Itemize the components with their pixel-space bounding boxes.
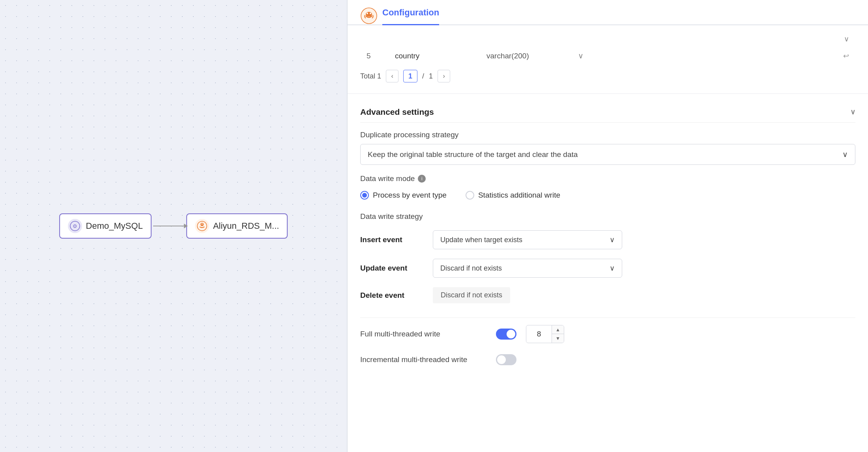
row-field-name: country: [395, 52, 474, 60]
incremental-multi-threaded-toggle[interactable]: [496, 354, 516, 365]
flow-arrow: [152, 226, 186, 226]
radio-statistics-additional[interactable]: Statistics additional write: [466, 191, 560, 200]
data-write-strategy-label: Data write strategy: [360, 212, 855, 221]
delete-event-button[interactable]: Discard if not exists: [433, 287, 510, 303]
radio-process-by-event[interactable]: Process by event type: [360, 191, 447, 200]
canvas-panel: ⚙ Demo_MySQL Aliyun_RDS_M...: [0, 0, 347, 452]
svg-point-8: [370, 13, 371, 14]
rds-icon: [195, 219, 209, 233]
advanced-settings-section: Advanced settings ∨ Duplicate processing…: [348, 94, 868, 379]
full-multi-threaded-row: Full multi-threaded write ▲ ▼: [360, 319, 855, 349]
target-node[interactable]: Aliyun_RDS_M...: [186, 213, 288, 239]
radio-statistics-indicator: [466, 191, 474, 200]
flow-diagram: ⚙ Demo_MySQL Aliyun_RDS_M...: [59, 213, 288, 239]
prev-page-btn[interactable]: ‹: [386, 70, 398, 82]
full-multi-threaded-knob: [507, 330, 515, 338]
source-node[interactable]: ⚙ Demo_MySQL: [59, 213, 152, 239]
type-expand-icon[interactable]: ∨: [578, 51, 590, 60]
data-write-strategy-row: Data write strategy Insert event Update …: [360, 212, 855, 308]
collapse-icon[interactable]: ∨: [844, 35, 849, 43]
write-mode-radio-group: Process by event type Statistics additio…: [360, 188, 855, 203]
update-event-value: Discard if not exists: [440, 264, 502, 273]
full-multi-threaded-toggle[interactable]: [496, 329, 516, 340]
incremental-multi-threaded-row: Incremental multi-threaded write: [360, 349, 855, 371]
incremental-multi-threaded-knob: [497, 355, 506, 364]
delete-event-row: Delete event Discard if not exists: [360, 282, 855, 308]
target-node-label: Aliyun_RDS_M...: [213, 221, 279, 231]
config-header: Configuration: [348, 0, 868, 25]
info-icon[interactable]: i: [418, 175, 426, 183]
source-node-label: Demo_MySQL: [86, 221, 143, 231]
data-write-mode-label: Data write mode i: [360, 174, 855, 183]
thread-count-stepper[interactable]: ▲ ▼: [526, 325, 564, 343]
radio-process-by-event-label: Process by event type: [373, 191, 447, 200]
full-multi-threaded-label: Full multi-threaded write: [360, 330, 486, 338]
thread-count-input[interactable]: [526, 327, 552, 342]
total-pages: 1: [429, 72, 433, 80]
duplicate-processing-dropdown[interactable]: Keep the original table structure of the…: [360, 144, 855, 165]
pagination-bar: Total 1 ‹ 1 / 1 ›: [360, 65, 855, 87]
next-page-btn[interactable]: ›: [438, 70, 450, 82]
update-event-chevron: ∨: [610, 264, 615, 273]
total-label: Total 1: [360, 72, 381, 80]
advanced-settings-toggle[interactable]: ∨: [850, 108, 855, 116]
svg-point-4: [201, 223, 203, 225]
radio-statistics-label: Statistics additional write: [478, 191, 560, 200]
insert-event-chevron: ∨: [610, 235, 615, 244]
table-data-row: 5 country varchar(200) ∨ ↩: [360, 47, 855, 65]
incremental-multi-threaded-label: Incremental multi-threaded write: [360, 355, 486, 364]
row-number: 5: [367, 52, 382, 60]
data-write-mode-row: Data write mode i Process by event type …: [360, 174, 855, 203]
insert-event-row: Insert event Update when target exists ∨: [360, 226, 855, 254]
stepper-up-btn[interactable]: ▲: [552, 325, 564, 334]
config-panel: Configuration ∨ 5 country varchar(200) ∨…: [347, 0, 868, 452]
insert-event-dropdown[interactable]: Update when target exists ∨: [433, 230, 622, 249]
configuration-tab[interactable]: Configuration: [382, 7, 439, 25]
table-section: ∨ 5 country varchar(200) ∨ ↩ Total 1 ‹ 1…: [348, 25, 868, 94]
update-event-row: Update event Discard if not exists ∨: [360, 254, 855, 282]
svg-point-7: [367, 13, 368, 14]
row-action-icon[interactable]: ↩: [843, 52, 849, 60]
insert-event-label: Insert event: [360, 235, 423, 244]
update-event-dropdown[interactable]: Discard if not exists ∨: [433, 259, 622, 278]
stepper-controls: ▲ ▼: [552, 325, 564, 343]
delete-event-label: Delete event: [360, 291, 423, 300]
insert-event-value: Update when target exists: [440, 236, 522, 244]
page-separator: /: [422, 72, 424, 80]
mysql-icon: ⚙: [68, 219, 82, 233]
current-page: 1: [403, 70, 417, 82]
row-field-type: varchar(200): [486, 52, 565, 60]
duplicate-processing-value: Keep the original table structure of the…: [368, 150, 578, 159]
top-chevron-row: ∨: [360, 32, 855, 47]
update-event-label: Update event: [360, 264, 423, 273]
advanced-settings-header: Advanced settings ∨: [360, 102, 855, 123]
duplicate-processing-label: Duplicate processing strategy: [360, 131, 855, 139]
logo-icon: [360, 7, 378, 24]
svg-point-6: [366, 12, 372, 17]
advanced-settings-title: Advanced settings: [360, 107, 434, 117]
duplicate-processing-chevron: ∨: [842, 150, 848, 159]
svg-text:⚙: ⚙: [73, 223, 77, 229]
radio-process-by-event-indicator: [360, 191, 369, 200]
stepper-down-btn[interactable]: ▼: [552, 334, 564, 343]
duplicate-processing-row: Duplicate processing strategy Keep the o…: [360, 131, 855, 165]
divider-1: [360, 318, 855, 318]
